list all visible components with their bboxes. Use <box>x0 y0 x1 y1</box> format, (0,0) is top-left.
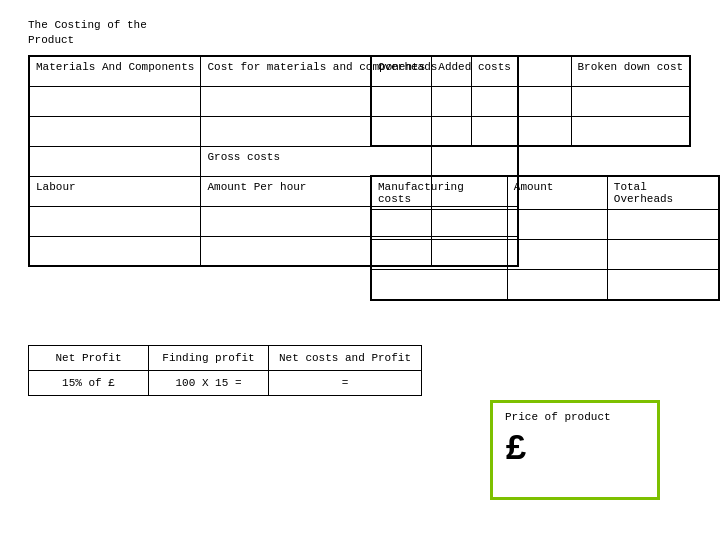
mfg-row1-col2 <box>507 210 607 240</box>
manufacturing-costs-table: Manufacturing costs Amount Total Overhea… <box>370 175 720 301</box>
oh-row1-col3 <box>571 86 690 116</box>
mfg-row2-col1 <box>371 240 507 270</box>
net-costs-profit-value: = <box>269 371 422 396</box>
profit-table: Net Profit Finding profit Net costs and … <box>28 345 422 396</box>
finding-profit-value: 100 X 15 = <box>149 371 269 396</box>
oh-row1-col1 <box>371 86 471 116</box>
col-header-materials: Materials And Components <box>29 56 201 86</box>
mfg-row3-col1 <box>371 270 507 300</box>
labour-label: Labour <box>29 176 201 206</box>
amount-header: Amount <box>507 176 607 210</box>
page-title: The Costing of the Product <box>28 18 147 49</box>
price-label: Price of product <box>505 411 645 423</box>
mfg-row3-col2 <box>507 270 607 300</box>
net-profit-header: Net Profit <box>29 346 149 371</box>
row-1-col-1 <box>29 86 201 116</box>
mfg-costs-header: Manufacturing costs <box>371 176 507 210</box>
price-box: Price of product £ <box>490 400 660 500</box>
overheads-table: Overheads Broken down cost <box>370 55 691 147</box>
price-symbol: £ <box>505 429 645 470</box>
total-overheads-header: Total Overheads <box>607 176 719 210</box>
mfg-row2-col3 <box>607 240 719 270</box>
overheads-col2 <box>471 56 571 86</box>
row-6-col-1 <box>29 236 201 266</box>
mfg-row1-col3 <box>607 210 719 240</box>
gross-costs-label: Gross costs <box>201 146 432 176</box>
row-2-col-1 <box>29 116 201 146</box>
mfg-row1-col1 <box>371 210 507 240</box>
net-profit-value: 15% of £ <box>29 371 149 396</box>
overheads-header: Overheads <box>371 56 471 86</box>
row-3-col-1 <box>29 146 201 176</box>
oh-row1-col2 <box>471 86 571 116</box>
mfg-row3-col3 <box>607 270 719 300</box>
oh-row2-col2 <box>471 116 571 146</box>
oh-row2-col1 <box>371 116 471 146</box>
broken-down-cost-header: Broken down cost <box>571 56 690 86</box>
net-costs-profit-header: Net costs and Profit <box>269 346 422 371</box>
finding-profit-header: Finding profit <box>149 346 269 371</box>
mfg-row2-col2 <box>507 240 607 270</box>
oh-row2-col3 <box>571 116 690 146</box>
row-5-col-1 <box>29 206 201 236</box>
row-3-col-3 <box>432 146 518 176</box>
